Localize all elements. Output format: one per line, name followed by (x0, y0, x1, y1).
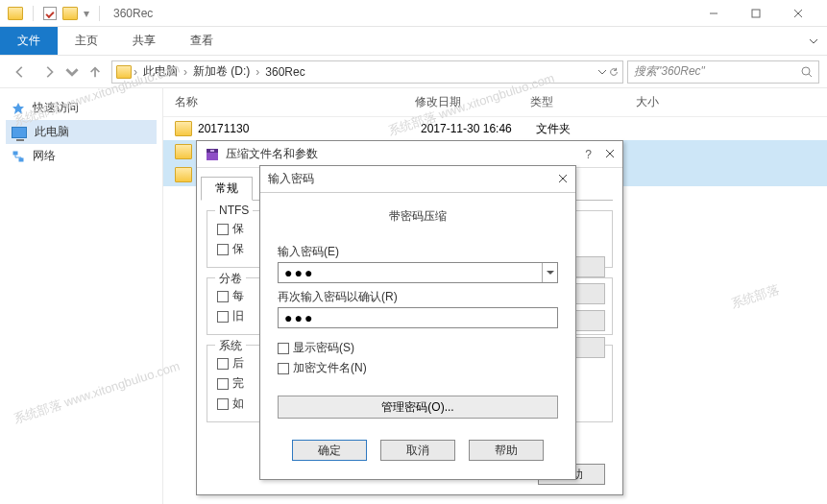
window-titlebar: ▾ 360Rec (0, 0, 827, 27)
folder-icon (8, 7, 23, 20)
window-controls (693, 0, 819, 27)
up-button[interactable] (83, 60, 108, 84)
folder-icon (175, 121, 192, 136)
svg-rect-1 (752, 10, 760, 17)
dialog-footer: 确定 取消 帮助 (260, 428, 575, 472)
svg-marker-17 (547, 271, 554, 275)
search-placeholder: 搜索"360Rec" (634, 63, 705, 80)
checkbox-icon (278, 363, 289, 374)
checkbox-icon (43, 7, 57, 20)
folder-icon (175, 144, 192, 159)
search-input[interactable]: 搜索"360Rec" (627, 60, 819, 84)
checkbox-icon (278, 343, 289, 354)
group-label: 分卷 (215, 271, 246, 287)
search-icon (801, 66, 813, 78)
address-bar[interactable]: › 此电脑 › 新加卷 (D:) › 360Rec (111, 60, 623, 84)
column-headers: 名称 修改日期 类型 大小 (163, 88, 827, 117)
ribbon-expand-button[interactable] (800, 27, 827, 55)
dialog-titlebar[interactable]: 压缩文件名和参数 ? (197, 141, 622, 168)
col-size[interactable]: 大小 (636, 94, 693, 110)
confirm-password-label: 再次输入密码以确认(R) (278, 289, 558, 305)
col-date[interactable]: 修改日期 (415, 94, 530, 110)
ribbon: 文件 主页 共享 查看 (0, 27, 827, 56)
refresh-icon[interactable] (609, 67, 619, 77)
tab-general[interactable]: 常规 (201, 177, 253, 201)
sidebar-label: 快速访问 (33, 100, 79, 116)
group-label: NTFS (215, 204, 253, 217)
close-button[interactable] (777, 0, 819, 27)
manage-passwords-button[interactable]: 管理密码(O)... (278, 396, 558, 419)
sidebar-item-network[interactable]: 网络 (6, 144, 157, 168)
tab-home[interactable]: 主页 (58, 27, 115, 55)
password-dialog: 输入密码 带密码压缩 输入密码(E) ●●● 再次输入密码以确认(R) ●●● … (259, 165, 576, 480)
maximize-button[interactable] (735, 0, 777, 27)
confirm-password-value: ●●● (284, 311, 314, 324)
cell-name: 20171130 (198, 122, 421, 135)
separator (99, 6, 100, 21)
tab-view[interactable]: 查看 (173, 27, 231, 55)
sidebar: 快速访问 此电脑 网络 (0, 88, 163, 504)
folder-icon (62, 7, 78, 20)
network-icon (12, 150, 25, 163)
close-button[interactable] (605, 148, 615, 161)
checkbox-icon (217, 291, 229, 302)
col-name[interactable]: 名称 (175, 94, 415, 110)
col-type[interactable]: 类型 (530, 94, 636, 110)
checkbox-encrypt-filenames[interactable]: 加密文件名(N) (278, 358, 558, 378)
password-value: ●●● (284, 266, 314, 279)
svg-marker-7 (12, 103, 24, 114)
checkbox-icon (217, 244, 229, 255)
svg-point-5 (802, 67, 810, 75)
chevron-right-icon: › (183, 65, 187, 79)
sidebar-label: 网络 (33, 148, 56, 164)
dropdown-caret[interactable]: ▾ (84, 7, 89, 20)
minimize-button[interactable] (693, 0, 735, 27)
archive-icon (205, 147, 220, 162)
dialog-controls (558, 173, 568, 186)
sidebar-label: 此电脑 (35, 124, 69, 140)
tab-file[interactable]: 文件 (0, 27, 58, 55)
dialog-heading: 带密码压缩 (278, 203, 558, 238)
checkbox-show-password[interactable]: 显示密码(S) (278, 338, 558, 358)
dialog-title: 压缩文件名和参数 (226, 146, 318, 162)
checkbox-icon (217, 224, 229, 235)
window-title: 360Rec (113, 7, 153, 20)
separator (33, 6, 34, 21)
folder-icon (175, 167, 192, 182)
svg-rect-9 (19, 158, 23, 161)
dialog-titlebar[interactable]: 输入密码 (260, 166, 575, 193)
confirm-password-input[interactable]: ●●● (278, 307, 558, 328)
titlebar-left-icons: ▾ (8, 6, 104, 21)
checkbox-icon (217, 398, 229, 410)
nav-row: › 此电脑 › 新加卷 (D:) › 360Rec 搜索"360Rec" (0, 56, 827, 88)
dialog-body: 带密码压缩 输入密码(E) ●●● 再次输入密码以确认(R) ●●● 显示密码(… (260, 193, 575, 428)
forward-button[interactable] (36, 60, 61, 84)
table-row[interactable]: 20171130 2017-11-30 16:46 文件夹 (163, 117, 827, 140)
ok-button[interactable]: 确定 (292, 440, 367, 461)
password-label: 输入密码(E) (278, 244, 558, 260)
cancel-button[interactable]: 取消 (380, 440, 455, 461)
password-input[interactable]: ●●● (278, 262, 558, 283)
breadcrumb-pc[interactable]: 此电脑 (139, 63, 182, 80)
svg-rect-8 (13, 152, 17, 155)
chevron-down-icon[interactable] (597, 67, 607, 77)
svg-rect-12 (210, 150, 214, 152)
recent-dropdown[interactable] (65, 60, 79, 84)
folder-icon (116, 65, 132, 79)
sidebar-item-this-pc[interactable]: 此电脑 (6, 120, 157, 144)
sidebar-item-quick-access[interactable]: 快速访问 (6, 96, 157, 120)
breadcrumb-volume[interactable]: 新加卷 (D:) (189, 63, 254, 80)
close-button[interactable] (558, 173, 568, 186)
monitor-icon (12, 127, 27, 138)
chevron-right-icon: › (255, 65, 259, 79)
back-button[interactable] (8, 60, 33, 84)
breadcrumb-folder[interactable]: 360Rec (261, 65, 308, 79)
help-button[interactable]: 帮助 (469, 440, 544, 461)
group-label: 系统 (215, 338, 246, 354)
help-button[interactable]: ? (585, 148, 592, 161)
address-bar-end (597, 67, 619, 77)
checkbox-icon (217, 311, 229, 323)
star-icon (12, 102, 25, 115)
tab-share[interactable]: 共享 (115, 27, 173, 55)
dropdown-button[interactable] (542, 263, 557, 282)
